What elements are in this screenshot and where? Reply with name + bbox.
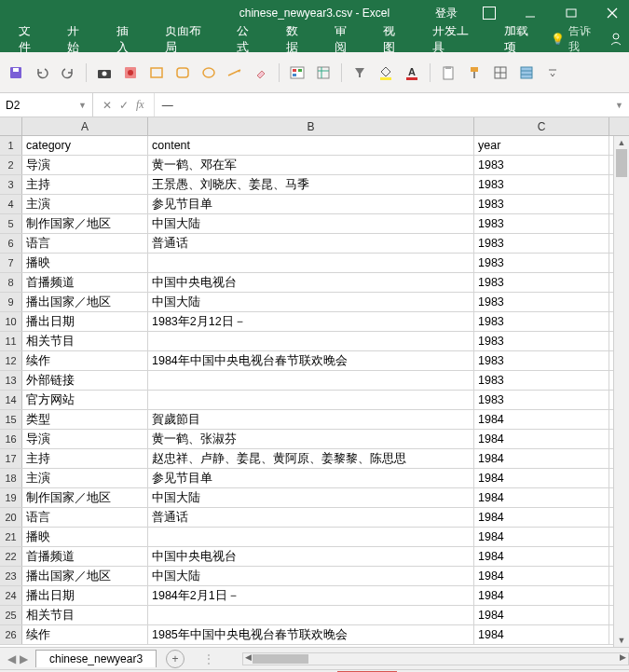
login-button[interactable]: 登录 [428, 6, 465, 21]
row-header[interactable]: 10 [0, 312, 22, 331]
cell[interactable]: 相关节目 [22, 606, 148, 624]
cell[interactable]: 1983 [474, 332, 609, 350]
cell[interactable]: 相关节目 [22, 332, 148, 350]
row-header[interactable]: 16 [0, 430, 22, 448]
cell[interactable]: 制作国家／地区 [22, 488, 148, 507]
cell[interactable]: 1984 [474, 508, 609, 527]
tab-home[interactable]: 开始 [54, 26, 103, 52]
filter-icon[interactable] [351, 64, 368, 81]
cell[interactable]: 首播频道 [22, 547, 148, 566]
cell[interactable]: 1984 [474, 469, 609, 487]
cell[interactable]: 参见节目单 [148, 195, 474, 213]
fill-color-icon[interactable] [377, 64, 394, 81]
row-header[interactable]: 9 [0, 293, 22, 311]
cell[interactable]: 官方网站 [22, 391, 148, 409]
cell[interactable]: 主持 [22, 449, 148, 468]
row-header[interactable]: 4 [0, 195, 22, 213]
undo-icon[interactable] [34, 64, 50, 81]
row-header[interactable]: 22 [0, 547, 22, 566]
cell[interactable]: 主演 [22, 469, 148, 487]
cell[interactable]: 黄一鹤、邓在军 [148, 156, 474, 174]
row-header[interactable]: 15 [0, 410, 22, 429]
row-header[interactable]: 24 [0, 586, 22, 605]
horizontal-scrollbar[interactable]: ◀ ▶ [242, 652, 629, 665]
redo-icon[interactable] [60, 64, 76, 81]
row-header[interactable]: 23 [0, 567, 22, 585]
formula-bar[interactable]: — [154, 93, 609, 117]
cell[interactable]: 导演 [22, 156, 148, 174]
scroll-down-icon[interactable]: ▼ [614, 634, 629, 647]
row-header[interactable]: 13 [0, 371, 22, 390]
cell[interactable] [148, 371, 474, 390]
cell[interactable] [148, 606, 474, 624]
cell[interactable] [148, 528, 474, 546]
save-icon[interactable] [7, 64, 24, 81]
row-header[interactable]: 19 [0, 488, 22, 507]
cell[interactable]: 1983 [474, 293, 609, 311]
sheet-nav-next-icon[interactable]: ▶ [20, 652, 28, 665]
cell[interactable]: 主持 [22, 175, 148, 194]
row-header[interactable]: 8 [0, 273, 22, 292]
cell[interactable]: 黄一鹤、张淑芬 [148, 430, 474, 448]
cell[interactable]: 1984 [474, 567, 609, 585]
cell[interactable]: 1984 [474, 410, 609, 429]
customize-qat-icon[interactable] [544, 64, 561, 81]
name-box[interactable]: ▼ [0, 93, 93, 117]
cell[interactable]: 播出国家／地区 [22, 293, 148, 311]
cell[interactable]: 中国大陆 [148, 567, 474, 585]
maximize-button[interactable] [554, 0, 588, 26]
conditional-format-icon[interactable] [289, 64, 306, 81]
tab-review[interactable]: 审阅 [321, 26, 370, 52]
borders-icon[interactable] [492, 64, 509, 81]
share-button[interactable] [608, 32, 623, 47]
cell[interactable]: 中国大陆 [148, 488, 474, 507]
tab-view[interactable]: 视图 [370, 26, 418, 52]
vertical-scrollbar[interactable]: ▲ ▼ [613, 136, 629, 647]
shape-round-rect-icon[interactable] [174, 64, 191, 81]
cell[interactable] [148, 391, 474, 409]
hscroll-thumb[interactable] [253, 654, 308, 664]
cell[interactable]: 1983 [474, 214, 609, 233]
ribbon-display-options-icon[interactable] [472, 0, 506, 26]
row-header[interactable]: 14 [0, 391, 22, 409]
shape-line-arrow-icon[interactable] [226, 64, 243, 81]
row-header[interactable]: 20 [0, 508, 22, 527]
row-header[interactable]: 26 [0, 625, 22, 644]
cell[interactable]: 普通话 [148, 234, 474, 253]
tab-formulas[interactable]: 公式 [224, 26, 272, 52]
cell[interactable]: 播映 [22, 254, 148, 272]
cell[interactable]: 賀歲節目 [148, 410, 474, 429]
cell[interactable]: 中国大陆 [148, 214, 474, 233]
cell[interactable]: 1983 [474, 351, 609, 370]
row-header[interactable]: 7 [0, 254, 22, 272]
cell[interactable]: content [148, 136, 474, 155]
select-all-corner[interactable] [0, 117, 22, 135]
record-macro-icon[interactable] [122, 64, 139, 81]
cell[interactable]: 续作 [22, 625, 148, 644]
cell[interactable]: 播出日期 [22, 312, 148, 331]
row-header[interactable]: 11 [0, 332, 22, 350]
cell[interactable]: 1983 [474, 273, 609, 292]
cell[interactable]: 1983 [474, 234, 609, 253]
name-box-input[interactable] [6, 99, 62, 112]
cell[interactable]: 1984年中国中央电视台春节联欢晚会 [148, 351, 474, 370]
cell[interactable]: 1984 [474, 606, 609, 624]
tab-insert[interactable]: 插入 [103, 26, 152, 52]
freeze-panes-icon[interactable] [315, 64, 332, 81]
cell[interactable]: 1984 [474, 586, 609, 605]
row-header[interactable]: 2 [0, 156, 22, 174]
cell[interactable]: 1984 [474, 528, 609, 546]
tab-page-layout[interactable]: 页面布局 [152, 26, 224, 52]
vscroll-thumb[interactable] [616, 149, 627, 177]
close-button[interactable] [595, 0, 629, 26]
cell[interactable]: 中国大陆 [148, 293, 474, 311]
cell[interactable]: 首播频道 [22, 273, 148, 292]
cell[interactable]: 1984 [474, 547, 609, 566]
cell[interactable]: 1983 [474, 254, 609, 272]
cell[interactable]: 1983 [474, 312, 609, 331]
cell[interactable]: category [22, 136, 148, 155]
row-header[interactable]: 6 [0, 234, 22, 253]
col-header-B[interactable]: B [148, 117, 474, 135]
cell[interactable]: 主演 [22, 195, 148, 213]
cell[interactable]: 1984 [474, 625, 609, 644]
